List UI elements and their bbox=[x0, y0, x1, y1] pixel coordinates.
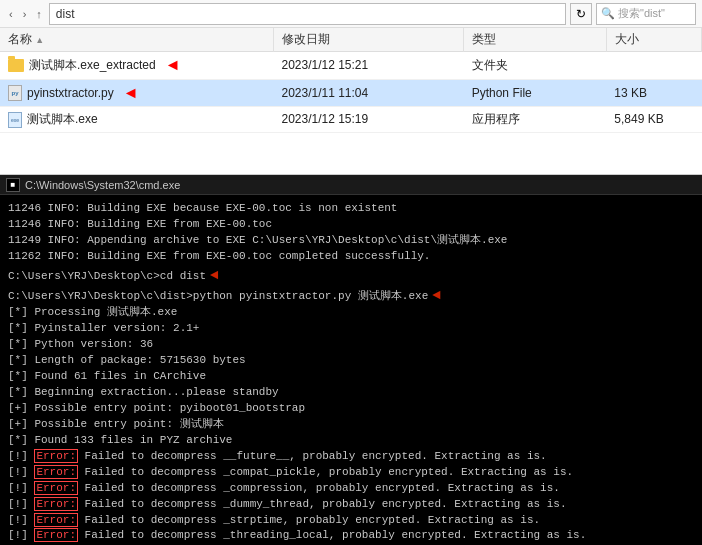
cmd-content[interactable]: 11246 INFO: Building EXE because EXE-00.… bbox=[0, 195, 702, 545]
col-header-size[interactable]: 大小 bbox=[606, 28, 701, 52]
folder-icon bbox=[8, 59, 24, 72]
col-header-type[interactable]: 类型 bbox=[464, 28, 607, 52]
file-type: 应用程序 bbox=[464, 106, 607, 133]
file-size: 13 KB bbox=[606, 79, 701, 106]
red-arrow-indicator: ◄ bbox=[165, 56, 181, 74]
file-date: 2023/1/12 15:19 bbox=[273, 106, 463, 133]
error-label: Error: bbox=[34, 513, 78, 527]
cmd-line: 11246 INFO: Building EXE from EXE-00.toc bbox=[8, 217, 694, 233]
error-label: Error: bbox=[34, 497, 78, 511]
cmd-line: [!] Error: Failed to decompress __future… bbox=[8, 449, 694, 465]
refresh-button[interactable]: ↻ bbox=[570, 3, 592, 25]
up-button[interactable]: ↑ bbox=[33, 7, 45, 21]
cmd-line: C:\Users\YRJ\Desktop\c>cd dist◄ bbox=[8, 265, 694, 285]
search-box[interactable]: 🔍 搜索"dist" bbox=[596, 3, 696, 25]
col-header-date[interactable]: 修改日期 bbox=[273, 28, 463, 52]
file-name: 测试脚本.exe bbox=[27, 111, 98, 128]
cmd-line: [*] Found 133 files in PYZ archive bbox=[8, 433, 694, 449]
cmd-line: [*] Beginning extraction...please standb… bbox=[8, 385, 694, 401]
python-file-icon: py bbox=[8, 85, 22, 101]
cmd-line: [+] Possible entry point: pyiboot01_boot… bbox=[8, 401, 694, 417]
cmd-line: [!] Error: Failed to decompress _compat_… bbox=[8, 465, 694, 481]
table-row[interactable]: exe测试脚本.exe2023/1/12 15:19应用程序5,849 KB bbox=[0, 106, 702, 133]
forward-button[interactable]: › bbox=[20, 7, 30, 21]
file-size bbox=[606, 52, 701, 80]
cmd-line: C:\Users\YRJ\Desktop\c\dist>python pyins… bbox=[8, 285, 694, 305]
path-text: dist bbox=[56, 7, 75, 21]
file-type: Python File bbox=[464, 79, 607, 106]
search-icon: 🔍 bbox=[601, 7, 615, 20]
file-name: pyinstxtractor.py bbox=[27, 86, 114, 100]
cmd-line: [!] Error: Failed to decompress _strptim… bbox=[8, 513, 694, 529]
cmd-line: [!] Error: Failed to decompress _compres… bbox=[8, 481, 694, 497]
cmd-window: ■ C:\Windows\System32\cmd.exe 11246 INFO… bbox=[0, 175, 702, 545]
file-size: 5,849 KB bbox=[606, 106, 701, 133]
col-header-name[interactable]: 名称 ▲ bbox=[0, 28, 273, 52]
table-header-row: 名称 ▲ 修改日期 类型 大小 bbox=[0, 28, 702, 52]
cmd-line: 11262 INFO: Building EXE from EXE-00.toc… bbox=[8, 249, 694, 265]
file-type: 文件夹 bbox=[464, 52, 607, 80]
file-explorer: ‹ › ↑ dist ↻ 🔍 搜索"dist" 名称 ▲ 修改日期 类型 bbox=[0, 0, 702, 175]
back-button[interactable]: ‹ bbox=[6, 7, 16, 21]
table-row[interactable]: 测试脚本.exe_extracted◄2023/1/12 15:21文件夹 bbox=[0, 52, 702, 80]
file-name: 测试脚本.exe_extracted bbox=[29, 57, 156, 74]
cmd-title: C:\Windows\System32\cmd.exe bbox=[25, 179, 180, 191]
error-label: Error: bbox=[34, 528, 78, 542]
cmd-line: 11249 INFO: Appending archive to EXE C:\… bbox=[8, 233, 694, 249]
cmd-line: [!] Error: Failed to decompress _threadi… bbox=[8, 528, 694, 544]
file-table: 名称 ▲ 修改日期 类型 大小 测试脚本.exe_extracted◄2023/… bbox=[0, 28, 702, 133]
address-bar: ‹ › ↑ dist ↻ 🔍 搜索"dist" bbox=[0, 0, 702, 28]
red-arrow-indicator: ◄ bbox=[123, 84, 139, 102]
cmd-line: [*] Pyinstaller version: 2.1+ bbox=[8, 321, 694, 337]
cmd-line: 11246 INFO: Building EXE because EXE-00.… bbox=[8, 201, 694, 217]
address-path[interactable]: dist bbox=[49, 3, 566, 25]
file-date: 2023/1/12 15:21 bbox=[273, 52, 463, 80]
cmd-line: [*] Python version: 36 bbox=[8, 337, 694, 353]
file-date: 2023/1/11 11:04 bbox=[273, 79, 463, 106]
error-label: Error: bbox=[34, 465, 78, 479]
cmd-arrow-indicator: ◄ bbox=[210, 267, 218, 283]
cmd-icon: ■ bbox=[6, 178, 20, 192]
cmd-line: [+] Possible entry point: 测试脚本 bbox=[8, 417, 694, 433]
cmd-line: [!] Error: Failed to decompress _dummy_t… bbox=[8, 497, 694, 513]
cmd-line: [*] Found 61 files in CArchive bbox=[8, 369, 694, 385]
cmd-line: [*] Length of package: 5715630 bytes bbox=[8, 353, 694, 369]
exe-file-icon: exe bbox=[8, 112, 22, 128]
cmd-arrow-indicator: ◄ bbox=[432, 287, 440, 303]
table-row[interactable]: pypyinstxtractor.py◄2023/1/11 11:04Pytho… bbox=[0, 79, 702, 106]
error-label: Error: bbox=[34, 481, 78, 495]
cmd-line: [*] Processing 测试脚本.exe bbox=[8, 305, 694, 321]
error-label: Error: bbox=[34, 449, 78, 463]
search-placeholder: 搜索"dist" bbox=[618, 6, 665, 21]
cmd-titlebar: ■ C:\Windows\System32\cmd.exe bbox=[0, 175, 702, 195]
